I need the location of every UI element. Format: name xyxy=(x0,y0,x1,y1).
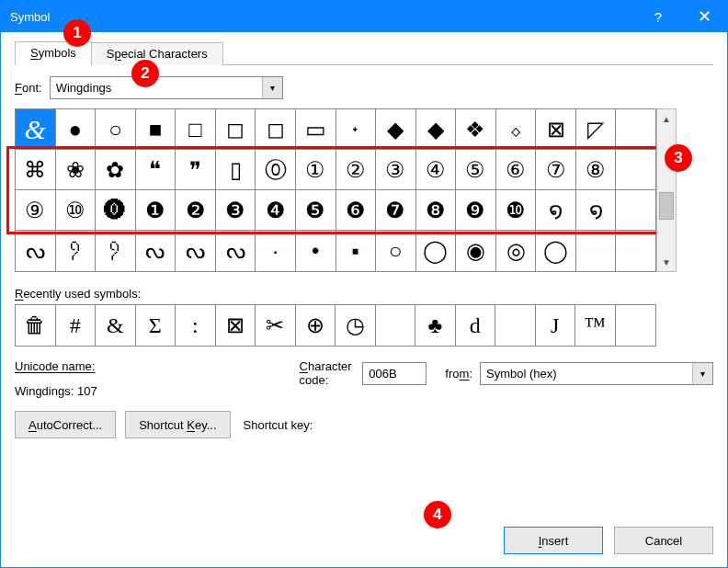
shortcut-row: AutoCorrect... Shortcut Key... Shortcut … xyxy=(15,411,713,438)
symbol-cell[interactable]: ○ xyxy=(376,231,416,271)
recent-cell[interactable]: 🗑 xyxy=(16,305,56,346)
symbol-cell[interactable]: ⑨ xyxy=(16,190,56,231)
symbol-cell[interactable]: ❞ xyxy=(176,150,216,190)
recent-cell[interactable]: d xyxy=(456,305,496,346)
symbol-cell[interactable]: ⑩ xyxy=(56,190,97,231)
recent-cell[interactable]: J xyxy=(536,305,576,346)
recent-cell[interactable]: ♣ xyxy=(415,305,456,346)
symbol-cell[interactable] xyxy=(576,231,617,271)
recent-cell[interactable] xyxy=(616,305,656,346)
symbol-cell[interactable]: ✿ xyxy=(96,150,136,190)
recent-cell[interactable]: # xyxy=(56,305,97,346)
symbol-cell[interactable]: ▭ xyxy=(296,109,336,150)
recent-cell[interactable] xyxy=(376,305,416,346)
font-combo[interactable]: ▾ xyxy=(50,76,283,99)
symbol-cell[interactable]: ● xyxy=(56,109,97,150)
symbol-cell[interactable]: ᔓ xyxy=(136,231,176,271)
symbol-cell[interactable]: ᔓ xyxy=(16,231,56,271)
symbol-cell[interactable]: □ xyxy=(176,109,216,150)
font-label: Font: xyxy=(15,81,42,95)
symbol-cell[interactable]: ▯ xyxy=(216,150,256,190)
symbol-cell[interactable]: ⓪ xyxy=(256,150,296,190)
symbol-cell[interactable]: ■ xyxy=(136,109,176,150)
symbol-cell[interactable]: ❺ xyxy=(296,190,336,231)
symbol-cell[interactable]: ໑ xyxy=(536,190,576,231)
autocorrect-button[interactable]: AutoCorrect... xyxy=(15,411,116,438)
symbol-cell[interactable]: & xyxy=(16,109,56,150)
recent-cell[interactable]: ⊕ xyxy=(296,305,336,346)
symbol-cell[interactable]: · xyxy=(256,231,296,271)
symbol-cell[interactable]: • xyxy=(296,231,336,271)
symbol-cell[interactable]: ⬦ xyxy=(496,109,537,150)
scroll-down-icon[interactable]: ▼ xyxy=(657,253,676,271)
close-button[interactable]: ✕ xyxy=(681,1,727,32)
symbol-cell[interactable]: ⑥ xyxy=(496,150,537,190)
symbol-cell[interactable]: ▪ xyxy=(336,231,377,271)
symbol-cell[interactable]: ⑤ xyxy=(456,150,496,190)
symbol-cell[interactable]: ◸ xyxy=(576,109,617,150)
symbol-cell[interactable]: ○ xyxy=(96,109,136,150)
symbol-cell[interactable]: ◉ xyxy=(456,231,496,271)
symbol-cell[interactable]: ໑ xyxy=(576,190,617,231)
symbol-cell[interactable]: ❀ xyxy=(56,150,97,190)
symbol-cell[interactable]: ᠀ xyxy=(96,231,136,271)
cancel-button[interactable]: Cancel xyxy=(614,527,713,554)
charcode-input[interactable] xyxy=(362,362,427,385)
symbol-cell[interactable] xyxy=(616,190,656,231)
symbol-cell[interactable]: ᔓ xyxy=(176,231,216,271)
symbol-cell[interactable]: ᔓ xyxy=(216,231,256,271)
grid-scrollbar[interactable]: ▲ ▼ xyxy=(656,108,677,272)
help-button[interactable]: ? xyxy=(635,1,681,32)
symbol-cell[interactable]: ❼ xyxy=(376,190,416,231)
recent-cell[interactable]: ◷ xyxy=(336,305,376,346)
symbol-cell[interactable]: 🞗 xyxy=(336,109,377,150)
symbol-cell[interactable]: ◻ xyxy=(256,109,296,150)
unicode-name-label: Unicode name: xyxy=(15,359,281,373)
tab-special-characters[interactable]: Special Characters xyxy=(91,42,223,65)
symbol-cell[interactable]: ❾ xyxy=(456,190,496,231)
from-input[interactable] xyxy=(481,363,692,384)
symbol-cell[interactable]: ❶ xyxy=(136,190,176,231)
symbol-cell[interactable]: ❝ xyxy=(136,150,176,190)
symbol-cell[interactable]: ⓿ xyxy=(96,190,136,231)
shortcut-key-button[interactable]: Shortcut Key... xyxy=(125,411,230,438)
recent-cell[interactable] xyxy=(495,305,536,346)
symbol-cell[interactable]: ② xyxy=(336,150,377,190)
symbol-cell[interactable] xyxy=(616,150,656,190)
recent-cell[interactable]: : xyxy=(176,305,216,346)
scroll-up-icon[interactable]: ▲ xyxy=(657,109,676,128)
recent-cell[interactable]: ✂ xyxy=(256,305,296,346)
symbol-cell[interactable]: ⑧ xyxy=(576,150,617,190)
symbol-cell[interactable]: ⊠ xyxy=(536,109,576,150)
symbol-cell[interactable] xyxy=(616,109,656,150)
chevron-down-icon[interactable]: ▾ xyxy=(262,77,282,98)
symbol-cell[interactable]: ◯ xyxy=(416,231,457,271)
symbol-cell[interactable]: ❷ xyxy=(176,190,216,231)
recent-cell[interactable]: ™ xyxy=(575,305,616,346)
symbol-cell[interactable]: ❖ xyxy=(456,109,496,150)
from-combo[interactable]: ▾ xyxy=(480,362,713,385)
symbol-cell[interactable]: ❿ xyxy=(496,190,537,231)
symbol-cell[interactable]: ④ xyxy=(416,150,457,190)
symbol-cell[interactable]: ❻ xyxy=(336,190,377,231)
recent-cell[interactable]: & xyxy=(96,305,136,346)
symbol-cell[interactable]: ⌘ xyxy=(16,150,56,190)
scroll-thumb[interactable] xyxy=(659,192,674,220)
symbol-cell[interactable]: ◆ xyxy=(376,109,416,150)
symbol-cell[interactable]: ᠀ xyxy=(56,231,97,271)
symbol-cell[interactable]: ❽ xyxy=(416,190,457,231)
symbol-cell[interactable]: ◎ xyxy=(496,231,537,271)
symbol-cell[interactable] xyxy=(616,231,656,271)
symbol-cell[interactable]: ◻ xyxy=(216,109,256,150)
symbol-cell[interactable]: ⑦ xyxy=(536,150,576,190)
recent-cell[interactable]: Σ xyxy=(136,305,176,346)
symbol-cell[interactable]: ❹ xyxy=(256,190,296,231)
chevron-down-icon[interactable]: ▾ xyxy=(692,363,712,384)
insert-button[interactable]: Insert xyxy=(504,527,603,554)
symbol-cell[interactable]: ① xyxy=(296,150,336,190)
symbol-cell[interactable]: ◯ xyxy=(536,231,576,271)
symbol-cell[interactable]: ③ xyxy=(376,150,416,190)
recent-cell[interactable]: ⊠ xyxy=(216,305,256,346)
symbol-cell[interactable]: ❸ xyxy=(216,190,256,231)
symbol-cell[interactable]: ◆ xyxy=(416,109,457,150)
